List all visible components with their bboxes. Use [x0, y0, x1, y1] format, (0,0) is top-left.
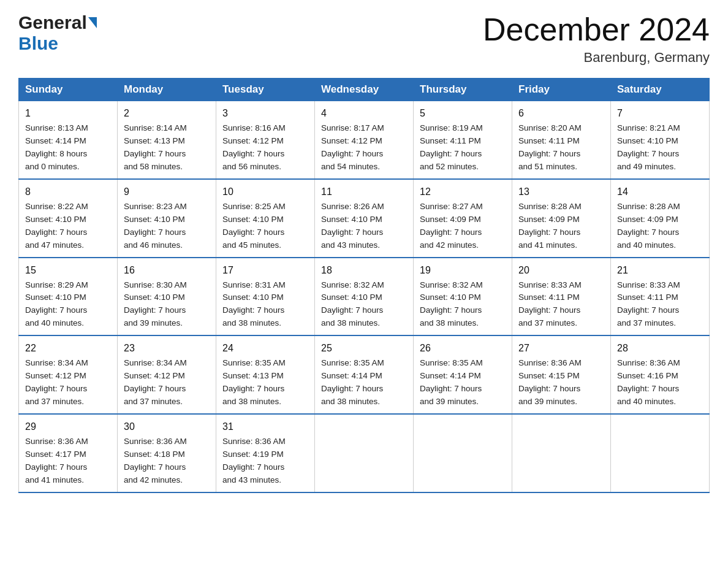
calendar-day-cell: 6Sunrise: 8:20 AM Sunset: 4:11 PM Daylig… [512, 101, 611, 179]
day-info: Sunrise: 8:31 AM Sunset: 4:10 PM Dayligh… [222, 279, 308, 331]
day-info: Sunrise: 8:33 AM Sunset: 4:11 PM Dayligh… [617, 279, 703, 331]
calendar-day-cell: 14Sunrise: 8:28 AM Sunset: 4:09 PM Dayli… [611, 179, 710, 258]
calendar-day-cell: 16Sunrise: 8:30 AM Sunset: 4:10 PM Dayli… [118, 258, 216, 336]
logo-blue-text: Blue [18, 33, 58, 54]
day-number: 20 [518, 263, 604, 278]
weekday-header-thursday: Thursday [414, 79, 512, 101]
weekday-header-tuesday: Tuesday [216, 79, 315, 101]
calendar-day-cell: 5Sunrise: 8:19 AM Sunset: 4:11 PM Daylig… [414, 101, 512, 179]
calendar-day-cell: 15Sunrise: 8:29 AM Sunset: 4:10 PM Dayli… [19, 258, 118, 336]
weekday-header-row: SundayMondayTuesdayWednesdayThursdayFrid… [19, 79, 710, 101]
empty-cell [611, 414, 710, 492]
day-info: Sunrise: 8:19 AM Sunset: 4:11 PM Dayligh… [420, 122, 506, 174]
day-number: 9 [124, 185, 210, 199]
day-number: 23 [124, 341, 210, 356]
calendar-day-cell: 28Sunrise: 8:36 AM Sunset: 4:16 PM Dayli… [611, 335, 710, 414]
day-number: 5 [420, 106, 506, 121]
day-number: 30 [124, 419, 210, 434]
page-header: General Blue December 2024 Barenburg, Ge… [18, 12, 710, 66]
logo: General Blue [18, 12, 97, 54]
calendar-day-cell: 20Sunrise: 8:33 AM Sunset: 4:11 PM Dayli… [512, 258, 611, 336]
day-number: 13 [518, 185, 604, 199]
day-info: Sunrise: 8:36 AM Sunset: 4:17 PM Dayligh… [25, 435, 111, 487]
day-info: Sunrise: 8:20 AM Sunset: 4:11 PM Dayligh… [518, 122, 604, 174]
calendar-day-cell: 21Sunrise: 8:33 AM Sunset: 4:11 PM Dayli… [611, 258, 710, 336]
calendar-day-cell: 29Sunrise: 8:36 AM Sunset: 4:17 PM Dayli… [19, 414, 118, 492]
calendar-day-cell: 18Sunrise: 8:32 AM Sunset: 4:10 PM Dayli… [315, 258, 414, 336]
day-info: Sunrise: 8:32 AM Sunset: 4:10 PM Dayligh… [321, 279, 407, 331]
day-number: 10 [222, 185, 308, 199]
day-info: Sunrise: 8:27 AM Sunset: 4:09 PM Dayligh… [420, 201, 506, 252]
title-section: December 2024 Barenburg, Germany [483, 12, 710, 66]
calendar-day-cell: 25Sunrise: 8:35 AM Sunset: 4:14 PM Dayli… [315, 335, 414, 414]
calendar-week-row: 1Sunrise: 8:13 AM Sunset: 4:14 PM Daylig… [19, 101, 710, 179]
day-info: Sunrise: 8:34 AM Sunset: 4:12 PM Dayligh… [25, 357, 111, 408]
calendar-day-cell: 13Sunrise: 8:28 AM Sunset: 4:09 PM Dayli… [512, 179, 611, 258]
logo-arrow-icon [88, 17, 97, 28]
calendar-day-cell: 23Sunrise: 8:34 AM Sunset: 4:12 PM Dayli… [118, 335, 216, 414]
day-number: 6 [518, 106, 604, 121]
calendar-day-cell: 24Sunrise: 8:35 AM Sunset: 4:13 PM Dayli… [216, 335, 315, 414]
day-info: Sunrise: 8:36 AM Sunset: 4:19 PM Dayligh… [222, 435, 308, 487]
calendar-day-cell: 27Sunrise: 8:36 AM Sunset: 4:15 PM Dayli… [512, 335, 611, 414]
day-number: 31 [222, 419, 308, 434]
day-info: Sunrise: 8:17 AM Sunset: 4:12 PM Dayligh… [321, 122, 407, 174]
day-info: Sunrise: 8:35 AM Sunset: 4:13 PM Dayligh… [222, 357, 308, 408]
day-number: 3 [222, 106, 308, 121]
day-info: Sunrise: 8:26 AM Sunset: 4:10 PM Dayligh… [321, 201, 407, 252]
weekday-header-friday: Friday [512, 79, 611, 101]
day-info: Sunrise: 8:22 AM Sunset: 4:10 PM Dayligh… [25, 201, 111, 252]
day-number: 1 [25, 106, 111, 121]
calendar-day-cell: 12Sunrise: 8:27 AM Sunset: 4:09 PM Dayli… [414, 179, 512, 258]
day-info: Sunrise: 8:36 AM Sunset: 4:16 PM Dayligh… [617, 357, 703, 408]
calendar-table: SundayMondayTuesdayWednesdayThursdayFrid… [18, 78, 710, 492]
day-info: Sunrise: 8:33 AM Sunset: 4:11 PM Dayligh… [518, 279, 604, 331]
day-number: 4 [321, 106, 407, 121]
calendar-week-row: 15Sunrise: 8:29 AM Sunset: 4:10 PM Dayli… [19, 258, 710, 336]
empty-cell [512, 414, 611, 492]
day-number: 22 [25, 341, 111, 356]
day-info: Sunrise: 8:36 AM Sunset: 4:15 PM Dayligh… [518, 357, 604, 408]
day-info: Sunrise: 8:13 AM Sunset: 4:14 PM Dayligh… [25, 122, 111, 174]
weekday-header-monday: Monday [118, 79, 216, 101]
weekday-header-wednesday: Wednesday [315, 79, 414, 101]
day-number: 16 [124, 263, 210, 278]
day-number: 26 [420, 341, 506, 356]
location-subtitle: Barenburg, Germany [483, 50, 710, 66]
day-number: 15 [25, 263, 111, 278]
day-info: Sunrise: 8:28 AM Sunset: 4:09 PM Dayligh… [518, 201, 604, 252]
calendar-day-cell: 8Sunrise: 8:22 AM Sunset: 4:10 PM Daylig… [19, 179, 118, 258]
calendar-day-cell: 22Sunrise: 8:34 AM Sunset: 4:12 PM Dayli… [19, 335, 118, 414]
day-number: 21 [617, 263, 703, 278]
day-info: Sunrise: 8:36 AM Sunset: 4:18 PM Dayligh… [124, 435, 210, 487]
calendar-week-row: 29Sunrise: 8:36 AM Sunset: 4:17 PM Dayli… [19, 414, 710, 492]
calendar-day-cell: 17Sunrise: 8:31 AM Sunset: 4:10 PM Dayli… [216, 258, 315, 336]
day-info: Sunrise: 8:29 AM Sunset: 4:10 PM Dayligh… [25, 279, 111, 331]
day-number: 25 [321, 341, 407, 356]
calendar-week-row: 8Sunrise: 8:22 AM Sunset: 4:10 PM Daylig… [19, 179, 710, 258]
calendar-day-cell: 26Sunrise: 8:35 AM Sunset: 4:14 PM Dayli… [414, 335, 512, 414]
day-info: Sunrise: 8:35 AM Sunset: 4:14 PM Dayligh… [420, 357, 506, 408]
day-info: Sunrise: 8:28 AM Sunset: 4:09 PM Dayligh… [617, 201, 703, 252]
day-info: Sunrise: 8:30 AM Sunset: 4:10 PM Dayligh… [124, 279, 210, 331]
day-number: 17 [222, 263, 308, 278]
day-number: 12 [420, 185, 506, 199]
day-number: 28 [617, 341, 703, 356]
calendar-day-cell: 4Sunrise: 8:17 AM Sunset: 4:12 PM Daylig… [315, 101, 414, 179]
calendar-day-cell: 10Sunrise: 8:25 AM Sunset: 4:10 PM Dayli… [216, 179, 315, 258]
day-info: Sunrise: 8:16 AM Sunset: 4:12 PM Dayligh… [222, 122, 308, 174]
day-number: 19 [420, 263, 506, 278]
day-info: Sunrise: 8:21 AM Sunset: 4:10 PM Dayligh… [617, 122, 703, 174]
day-info: Sunrise: 8:35 AM Sunset: 4:14 PM Dayligh… [321, 357, 407, 408]
day-info: Sunrise: 8:23 AM Sunset: 4:10 PM Dayligh… [124, 201, 210, 252]
day-number: 24 [222, 341, 308, 356]
day-info: Sunrise: 8:14 AM Sunset: 4:13 PM Dayligh… [124, 122, 210, 174]
calendar-day-cell: 7Sunrise: 8:21 AM Sunset: 4:10 PM Daylig… [611, 101, 710, 179]
day-number: 11 [321, 185, 407, 199]
calendar-day-cell: 19Sunrise: 8:32 AM Sunset: 4:10 PM Dayli… [414, 258, 512, 336]
calendar-week-row: 22Sunrise: 8:34 AM Sunset: 4:12 PM Dayli… [19, 335, 710, 414]
weekday-header-saturday: Saturday [611, 79, 710, 101]
day-number: 18 [321, 263, 407, 278]
calendar-day-cell: 30Sunrise: 8:36 AM Sunset: 4:18 PM Dayli… [118, 414, 216, 492]
day-info: Sunrise: 8:25 AM Sunset: 4:10 PM Dayligh… [222, 201, 308, 252]
